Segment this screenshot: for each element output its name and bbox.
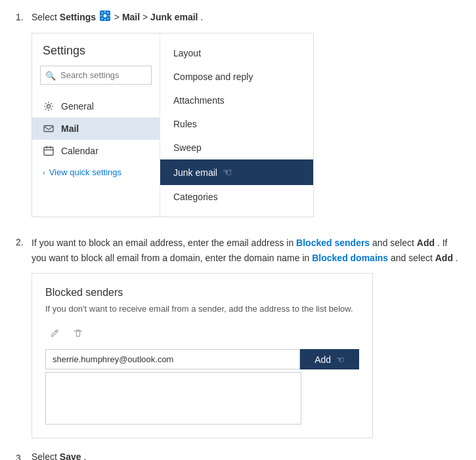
menu-item-categories[interactable]: Categories — [160, 185, 313, 209]
step-2-and-select-2: and select — [391, 253, 435, 263]
menu-item-junk[interactable]: Junk email ☜ — [160, 159, 313, 185]
svg-rect-3 — [44, 148, 53, 156]
menu-item-rules[interactable]: Rules — [160, 112, 313, 136]
step-2-and-select: and select — [372, 238, 417, 248]
blocked-panel-desc: If you don't want to receive email from … — [45, 304, 359, 314]
sidebar-item-general[interactable]: General — [32, 95, 160, 117]
svg-point-1 — [47, 105, 51, 108]
step-1-period: . — [200, 12, 203, 22]
step-2: 2. If you want to block an email address… — [16, 236, 460, 438]
hand-cursor-icon: ☜ — [223, 166, 232, 178]
add-button-label: Add — [314, 354, 331, 365]
step-1-arrow-2: > — [142, 12, 150, 22]
step-1-content: Select Settings > Mail > Junk email . Se… — [32, 10, 460, 222]
sidebar-item-calendar-label: Calendar — [61, 146, 98, 156]
mail-icon — [43, 123, 54, 135]
step-3: 3. Select Save . — [16, 451, 460, 460]
step-1-junk-label: Junk email — [150, 12, 198, 22]
blocked-senders-list[interactable] — [45, 372, 301, 425]
step-1-arrow-1: > — [114, 12, 122, 22]
search-input[interactable] — [40, 66, 152, 85]
step-1-text: Select Settings > Mail > Junk email . — [32, 10, 460, 25]
sidebar-item-calendar[interactable]: Calendar — [32, 140, 160, 162]
step-3-text: Select Save . — [32, 451, 460, 460]
step-2-period: . — [456, 253, 458, 263]
settings-title: Settings — [32, 44, 160, 66]
step-1: 1. Select Settings > Mail > Junk email . — [16, 10, 460, 222]
delete-icon[interactable] — [69, 324, 87, 343]
step-3-save-label: Save — [60, 451, 81, 460]
step-2-add-2: Add — [435, 253, 453, 263]
blocked-senders-ref: Blocked senders — [296, 238, 370, 248]
step-3-period: . — [83, 451, 86, 460]
add-button[interactable]: Add ☜ — [300, 349, 359, 369]
email-input-row: Add ☜ — [45, 349, 359, 369]
step-2-add-1: Add — [417, 238, 435, 248]
search-box[interactable]: 🔍 — [40, 66, 152, 85]
step-1-text-select: Select — [32, 12, 60, 22]
menu-item-junk-label: Junk email — [173, 167, 217, 178]
blocked-domains-ref: Blocked domains — [312, 253, 388, 263]
sidebar-item-mail[interactable]: Mail — [32, 117, 160, 140]
step-3-number: 3. — [16, 453, 29, 460]
blocked-senders-panel: Blocked senders If you don't want to rec… — [32, 273, 373, 438]
gear-icon — [43, 100, 54, 112]
step-3-select: Select — [32, 451, 60, 460]
settings-left-nav: Settings 🔍 General — [32, 33, 160, 217]
step-1-mail-label: Mail — [122, 12, 140, 22]
add-hand-cursor-icon: ☜ — [336, 354, 345, 365]
menu-item-layout[interactable]: Layout — [160, 41, 313, 65]
edit-icon[interactable] — [45, 324, 64, 343]
step-2-number: 2. — [16, 237, 29, 247]
calendar-icon — [43, 145, 54, 157]
menu-item-attachments[interactable]: Attachments — [160, 89, 313, 112]
search-icon: 🔍 — [45, 70, 56, 80]
step-1-number: 1. — [16, 12, 29, 22]
settings-right-menu: Layout Compose and reply Attachments Rul… — [160, 33, 313, 217]
view-quick-settings[interactable]: ‹ View quick settings — [32, 162, 160, 182]
blocked-actions-bar — [45, 324, 359, 343]
settings-panel: Settings 🔍 General — [32, 33, 314, 217]
gear-icon-inline — [100, 10, 110, 25]
menu-item-compose[interactable]: Compose and reply — [160, 65, 313, 89]
menu-item-sweep[interactable]: Sweep — [160, 136, 313, 159]
step-1-settings-label: Settings — [60, 12, 96, 22]
sidebar-item-general-label: General — [61, 101, 94, 112]
sidebar-item-mail-label: Mail — [61, 123, 79, 134]
step-2-intro: If you want to block an email address, e… — [32, 238, 296, 248]
email-input-field[interactable] — [45, 349, 300, 369]
chevron-left-icon: ‹ — [43, 169, 45, 177]
step-3-content: Select Save . — [32, 451, 460, 460]
svg-rect-2 — [44, 126, 53, 132]
step-2-text: If you want to block an email address, e… — [32, 236, 460, 265]
blocked-panel-title: Blocked senders — [45, 287, 359, 299]
step-2-content: If you want to block an email address, e… — [32, 236, 460, 438]
view-quick-label: View quick settings — [49, 167, 121, 177]
